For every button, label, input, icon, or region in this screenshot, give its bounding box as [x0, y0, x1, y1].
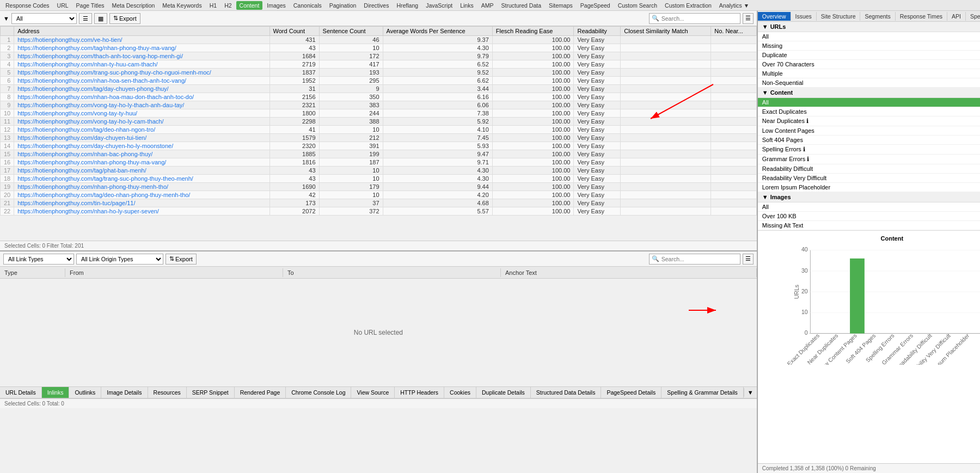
link-types-select[interactable]: All Link Types	[3, 254, 74, 265]
table-row[interactable]: 8 https://hotienphongthuy.com/nhan-hoa-m…	[1, 93, 757, 101]
nav-meta-keywords[interactable]: Meta Keywords	[159, 1, 205, 10]
sidebar-item-missing-alt-text[interactable]: Missing Alt Text 13 1.74%	[758, 221, 980, 230]
tab-http-headers[interactable]: HTTP Headers	[395, 387, 444, 398]
table-row[interactable]: 5 https://hotienphongthuy.com/trang-suc-…	[1, 69, 757, 77]
nav-custom-extraction[interactable]: Custom Extraction	[661, 1, 715, 10]
table-row[interactable]: 17 https://hotienphongthuy.com/tag/phat-…	[1, 167, 757, 175]
nav-pagination[interactable]: Pagination	[326, 1, 360, 10]
table-row[interactable]: 16 https://hotienphongthuy.com/nhan-phon…	[1, 158, 757, 167]
table-row[interactable]: 7 https://hotienphongthuy.com/tag/day-ch…	[1, 85, 757, 93]
sidebar-item-all[interactable]: All 201 100%	[758, 32, 980, 41]
export-btn[interactable]: ⇅ Export	[109, 13, 140, 24]
table-row[interactable]: 12 https://hotienphongthuy.com/tag/deo-n…	[1, 126, 757, 134]
nav-analytics[interactable]: Analytics ▼	[716, 1, 752, 10]
sidebar-item-lorem-ipsum-placeholder[interactable]: Lorem Ipsum Placeholder 0 0%	[758, 183, 980, 192]
row-url[interactable]: https://hotienphongthuy.com/nhan-hoa-sen…	[14, 77, 270, 85]
tab-cookies[interactable]: Cookies	[444, 387, 476, 398]
table-row[interactable]: 13 https://hotienphongthuy.com/day-chuye…	[1, 134, 757, 142]
nav-canonicals[interactable]: Canonicals	[290, 1, 325, 10]
tab-serp-snippet[interactable]: SERP Snippet	[187, 387, 235, 398]
table-row[interactable]: 19 https://hotienphongthuy.com/nhan-phon…	[1, 183, 757, 191]
table-row[interactable]: 1 https://hotienphongthuy.com/ve-ho-tien…	[1, 36, 757, 44]
row-url[interactable]: https://hotienphongthuy.com/nhan-ho-ly-s…	[14, 207, 270, 216]
row-url[interactable]: https://hotienphongthuy.com/nhan-phong-t…	[14, 183, 270, 191]
sidebar-item-readability-very-difficult[interactable]: Readability Very Difficult 0 0%	[758, 174, 980, 183]
nav-h1[interactable]: H1	[206, 1, 220, 10]
row-url[interactable]: https://hotienphongthuy.com/vong-tay-ho-…	[14, 118, 270, 126]
table-row[interactable]: 6 https://hotienphongthuy.com/nhan-hoa-s…	[1, 77, 757, 85]
sidebar-item-all[interactable]: All 749 100%	[758, 202, 980, 212]
table-row[interactable]: 2 https://hotienphongthuy.com/tag/nhan-p…	[1, 44, 757, 52]
nav-images[interactable]: Images	[264, 1, 289, 10]
tab-image-details[interactable]: Image Details	[101, 387, 148, 398]
row-url[interactable]: https://hotienphongthuy.com/day-chuyen-h…	[14, 142, 270, 150]
tab-scroll-arrow[interactable]: ▼	[744, 388, 757, 397]
sidebar-item-grammar-errors-[interactable]: Grammar Errors ℹ 0 0%	[758, 155, 980, 164]
nav-javascript[interactable]: JavaScript	[422, 1, 456, 10]
table-row[interactable]: 9 https://hotienphongthuy.com/vong-tay-h…	[1, 101, 757, 109]
table-row[interactable]: 4 https://hotienphongthuy.com/nhan-ty-hu…	[1, 60, 757, 69]
sidebar-item-multiple[interactable]: Multiple 141 70.15%	[758, 69, 980, 78]
nav-content[interactable]: Content	[236, 1, 263, 10]
bottom-export-btn[interactable]: ⇅ Export	[166, 254, 197, 265]
nav-amp[interactable]: AMP	[478, 1, 497, 10]
row-url[interactable]: https://hotienphongthuy.com/day-chuyen-t…	[14, 134, 270, 142]
row-url[interactable]: https://hotienphongthuy.com/nhan-phong-t…	[14, 158, 270, 167]
right-nav-response-times[interactable]: Response Times	[896, 12, 947, 21]
col-flesch[interactable]: Flesch Reading Ease	[492, 27, 574, 36]
row-url[interactable]: https://hotienphongthuy.com/tag/day-chuy…	[14, 85, 270, 93]
nav-links[interactable]: Links	[457, 1, 477, 10]
row-url[interactable]: https://hotienphongthuy.com/tag/phat-ban…	[14, 167, 270, 175]
row-url[interactable]: https://hotienphongthuy.com/tin-tuc/page…	[14, 199, 270, 207]
table-row[interactable]: 3 https://hotienphongthuy.com/thach-anh-…	[1, 52, 757, 60]
sidebar-item-over-100-kb[interactable]: Over 100 KB 471 62.88%	[758, 212, 980, 221]
table-row[interactable]: 21 https://hotienphongthuy.com/tin-tuc/p…	[1, 199, 757, 207]
col-sentence-count[interactable]: Sentence Count	[319, 27, 383, 36]
tab-structured-data-details[interactable]: Structured Data Details	[531, 387, 602, 398]
sidebar-item-low-content-pages[interactable]: Low Content Pages 36 17.91%	[758, 126, 980, 136]
sidebar-item-duplicate[interactable]: Duplicate 75 37.31%	[758, 51, 980, 60]
list-view-btn[interactable]: ☰	[79, 13, 92, 24]
col-closest[interactable]: Closest Similarity Match	[621, 27, 711, 36]
tab-url-details[interactable]: URL Details	[0, 387, 42, 398]
table-row[interactable]: 18 https://hotienphongthuy.com/tag/trang…	[1, 175, 757, 183]
tab-view-source[interactable]: View Source	[351, 387, 395, 398]
col-avg-words[interactable]: Average Words Per Sentence	[383, 27, 492, 36]
sidebar-item-spelling-errors-[interactable]: Spelling Errors ℹ 0 0%	[758, 145, 980, 155]
col-word-count[interactable]: Word Count	[270, 27, 319, 36]
nav-structured-data[interactable]: Structured Data	[498, 1, 544, 10]
link-origin-select[interactable]: All Link Origin Types	[76, 254, 163, 265]
nav-custom-search[interactable]: Custom Search	[615, 1, 660, 10]
filter-select[interactable]: All	[11, 13, 77, 24]
col-readability[interactable]: Readability	[574, 27, 621, 36]
bottom-settings-icon-btn[interactable]: ☰	[743, 254, 754, 265]
section-header-urls[interactable]: ▼ URLs	[758, 22, 980, 32]
table-row[interactable]: 14 https://hotienphongthuy.com/day-chuye…	[1, 142, 757, 150]
col-no-near[interactable]: No. Near...	[711, 27, 757, 36]
table-row[interactable]: 10 https://hotienphongthuy.com/vong-tay-…	[1, 109, 757, 118]
nav-response-codes[interactable]: Response Codes	[2, 1, 53, 10]
sidebar-item-all[interactable]: All 201 100%	[758, 98, 980, 107]
nav-page-titles[interactable]: Page Titles	[73, 1, 108, 10]
section-header-content[interactable]: ▼ Content	[758, 88, 980, 98]
tab-spelling--grammar-details[interactable]: Spelling & Grammar Details	[661, 387, 744, 398]
row-url[interactable]: https://hotienphongthuy.com/tag/nhan-pho…	[14, 44, 270, 52]
row-url[interactable]: https://hotienphongthuy.com/vong-tay-ty-…	[14, 109, 270, 118]
tab-pagespeed-details[interactable]: PageSpeed Details	[601, 387, 661, 398]
bottom-search-input[interactable]	[661, 256, 738, 262]
sidebar-item-near-duplicates-[interactable]: Near Duplicates ℹ 0 0%	[758, 116, 980, 126]
row-url[interactable]: https://hotienphongthuy.com/nhan-hoa-mau…	[14, 93, 270, 101]
section-header-images[interactable]: ▼ Images	[758, 192, 980, 202]
right-nav-site-structure[interactable]: Site Structure	[817, 12, 861, 21]
table-row[interactable]: 20 https://hotienphongthuy.com/tag/deo-n…	[1, 191, 757, 199]
search-input[interactable]	[661, 15, 738, 22]
right-nav-issues[interactable]: Issues	[791, 12, 817, 21]
grid-view-btn[interactable]: ▦	[94, 13, 107, 24]
sidebar-item-readability-difficult[interactable]: Readability Difficult 0 0%	[758, 164, 980, 174]
tab-outlinks[interactable]: Outlinks	[69, 387, 101, 398]
row-url[interactable]: https://hotienphongthuy.com/tag/deo-nhan…	[14, 126, 270, 134]
nav-h2[interactable]: H2	[221, 1, 235, 10]
row-url[interactable]: https://hotienphongthuy.com/tag/trang-su…	[14, 175, 270, 183]
row-url[interactable]: https://hotienphongthuy.com/vong-tay-ho-…	[14, 101, 270, 109]
table-row[interactable]: 15 https://hotienphongthuy.com/nhan-bac-…	[1, 150, 757, 158]
